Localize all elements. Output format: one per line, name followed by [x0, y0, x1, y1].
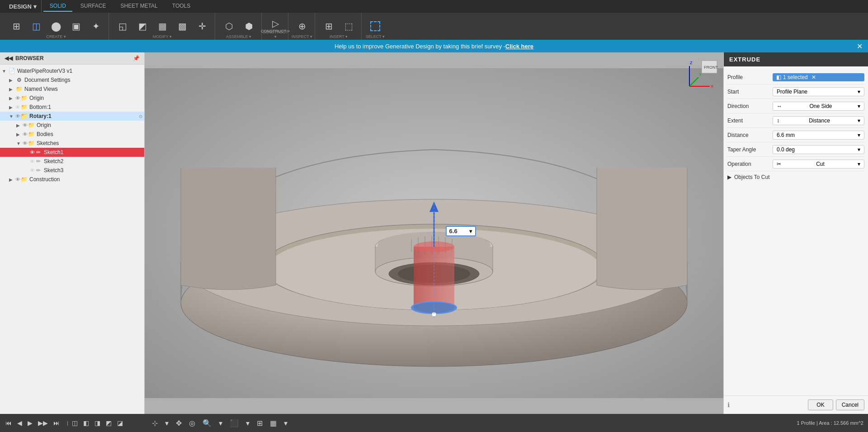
tree-item-doc-settings[interactable]: ▶ ⚙ Document Settings: [0, 75, 144, 85]
eye-icon-rotary-origin[interactable]: 👁: [23, 122, 28, 128]
view-mode-dropdown[interactable]: ▾: [243, 417, 252, 429]
folder-icon-rotary: 📁: [20, 113, 28, 120]
taper-row: Taper Angle 0.0 deg ▾: [727, 142, 864, 157]
tree-item-bodies[interactable]: ▶ 👁 📁 Bodies: [0, 130, 144, 139]
play-first-button[interactable]: ⏮: [4, 418, 14, 427]
display-button[interactable]: ▦: [267, 417, 279, 429]
view-tools: ⊹ ▾ ✥ ◎ 🔍 ▾ ⬛ ▾ ⊞ ▦ ▾: [149, 417, 290, 429]
tree-item-rotary-origin[interactable]: ▶ 👁 📁 Origin: [0, 121, 144, 130]
info-icon[interactable]: ℹ: [727, 401, 730, 409]
folder-icon-bodies: 📁: [28, 131, 35, 138]
tree-item-sketches[interactable]: ▼ 👁 📁 Sketches: [0, 139, 144, 148]
tree-item-sketch2[interactable]: 👁 ✏ Sketch2: [0, 157, 144, 166]
eye-icon-origin[interactable]: 👁: [15, 95, 20, 101]
eye-icon-construction[interactable]: 👁: [15, 177, 20, 182]
grid-button[interactable]: ⊞: [254, 417, 265, 429]
timeline-icon-3[interactable]: ◨: [93, 418, 102, 427]
eye-icon-sketches[interactable]: 👁: [23, 141, 28, 146]
play-last-button[interactable]: ⏭: [52, 418, 61, 427]
tree-text-sketches: Sketches: [37, 140, 142, 146]
direction-value-text: One Side: [809, 103, 832, 109]
zoom-button[interactable]: 🔍: [200, 417, 214, 429]
play-prev-button[interactable]: ◀: [15, 418, 24, 427]
orbit-button[interactable]: ⊹: [149, 417, 160, 429]
direction-value-container: ↔ One Side ▾: [773, 102, 864, 111]
tab-surface[interactable]: SURFACE: [74, 1, 113, 12]
tab-sheet-metal[interactable]: SHEET METAL: [114, 1, 164, 12]
eye-icon-sketch3[interactable]: 👁: [30, 168, 35, 173]
joint-icon: ⬡: [225, 22, 233, 31]
cancel-button[interactable]: Cancel: [836, 399, 864, 410]
svg-text:X: X: [711, 84, 713, 89]
insert-mcad-icon: ⊞: [325, 22, 333, 31]
design-button[interactable]: DESIGN ▾: [5, 0, 42, 13]
timeline-icon-1[interactable]: ◫: [70, 418, 80, 427]
extent-icon: ↕: [777, 117, 779, 124]
distance-dropdown[interactable]: 6.6 mm ▾: [773, 131, 864, 140]
extent-label: Extent: [727, 117, 773, 124]
objects-to-cut-row[interactable]: ▶ Objects To Cut: [727, 171, 864, 183]
view-cube[interactable]: X Z Y FRONT: [683, 57, 719, 93]
tree-item-root[interactable]: ▼ 📄 WaterPipeRouterV3 v1: [0, 66, 144, 75]
tree-item-bottom[interactable]: ▶ 👁 📁 Bottom:1: [0, 103, 144, 112]
eye-icon-sketch2[interactable]: 👁: [30, 159, 35, 164]
tree-item-sketch3[interactable]: 👁 ✏ Sketch3: [0, 166, 144, 175]
operation-dropdown[interactable]: ✂ Cut ▾: [773, 160, 864, 169]
tree-item-rotary[interactable]: ▼ 👁 📁 Rotary:1 ⊙: [0, 112, 144, 121]
display-dropdown[interactable]: ▾: [281, 417, 290, 429]
profile-clear-button[interactable]: ✕: [811, 74, 816, 80]
svg-text:FRONT: FRONT: [704, 65, 718, 70]
timeline-icon-4[interactable]: ◩: [104, 418, 113, 427]
tab-solid[interactable]: SOLID: [43, 1, 72, 12]
operation-label: Operation: [727, 161, 773, 167]
eye-icon-sketch1[interactable]: 👁: [30, 150, 35, 155]
combine-icon: ✛: [198, 22, 206, 31]
eye-icon-bottom[interactable]: 👁: [15, 104, 20, 110]
distance-dropdown-arrow: ▾: [858, 132, 860, 138]
tree-item-named-views[interactable]: ▶ 📁 Named Views: [0, 85, 144, 94]
tree-text-construction: Construction: [29, 176, 142, 183]
distance-dropdown-arrow[interactable]: ▾: [469, 228, 472, 235]
inspect-icon: ⊕: [298, 22, 306, 31]
distance-input-overlay[interactable]: 6.6 ▾: [446, 226, 476, 236]
pan-button[interactable]: ✥: [173, 417, 184, 429]
zoom-dropdown[interactable]: ▾: [216, 417, 225, 429]
eye-icon-rotary[interactable]: 👁: [15, 113, 20, 119]
collapse-browser-icon[interactable]: ◀◀: [5, 55, 13, 61]
extent-dropdown[interactable]: ↕ Distance ▾: [773, 116, 864, 125]
view-mode-button[interactable]: ⬛: [227, 417, 241, 429]
tree-item-construction[interactable]: ▶ 👁 📁 Construction: [0, 175, 144, 184]
profile-selected-text: 1 selected: [783, 74, 808, 80]
tree-text-rotary-origin: Origin: [37, 122, 142, 128]
orbit-dropdown[interactable]: ▾: [162, 417, 171, 429]
browser-pin-icon[interactable]: 📌: [133, 55, 140, 61]
sweep-icon: ▣: [72, 22, 80, 31]
svg-text:Y: Y: [699, 72, 702, 77]
taper-dropdown[interactable]: 0.0 deg ▾: [773, 145, 864, 154]
survey-close-button[interactable]: ✕: [857, 42, 863, 51]
objects-to-cut-label: Objects To Cut: [734, 174, 769, 180]
tree-text-doc-settings: Document Settings: [24, 77, 142, 83]
timeline-icon-5[interactable]: ◪: [115, 418, 125, 427]
extent-row: Extent ↕ Distance ▾: [727, 113, 864, 128]
operation-dropdown-arrow: ▾: [858, 161, 860, 167]
direction-dropdown[interactable]: ↔ One Side ▾: [773, 102, 864, 111]
tree-text-sketch3: Sketch3: [44, 167, 142, 174]
play-button[interactable]: ▶: [26, 418, 34, 427]
start-dropdown[interactable]: Profile Plane ▾: [773, 87, 864, 96]
survey-link[interactable]: Click here: [505, 43, 533, 50]
extrude-icon: ◫: [32, 22, 41, 31]
tab-tools[interactable]: TOOLS: [166, 1, 197, 12]
look-button[interactable]: ◎: [186, 417, 198, 429]
play-next-button[interactable]: ▶▶: [36, 418, 50, 427]
tree-item-sketch1[interactable]: 👁 ✏ Sketch1: [0, 148, 144, 157]
eye-icon-bodies[interactable]: 👁: [23, 131, 28, 137]
inspect-group: ⊕ INSPECT ▾: [289, 13, 315, 40]
viewport[interactable]: 6.6 ▾ X Z Y FRONT: [145, 52, 723, 414]
ok-button[interactable]: OK: [808, 399, 833, 410]
tree-item-origin[interactable]: ▶ 👁 📁 Origin: [0, 94, 144, 103]
profile-selected-badge[interactable]: ◧ 1 selected ✕: [773, 73, 864, 81]
timeline-icon-2[interactable]: ◧: [81, 418, 91, 427]
distance-input-field[interactable]: 6.6: [449, 228, 467, 235]
distance-label: Distance: [727, 132, 773, 138]
